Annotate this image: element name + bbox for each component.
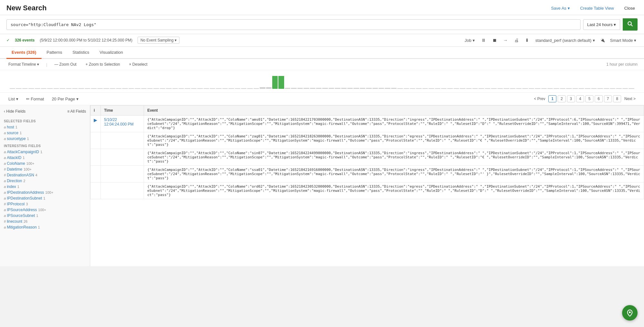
page-5-button[interactable]: 5 [585, 95, 593, 102]
timeline-bar [85, 88, 90, 89]
selected-field-item[interactable]: asourcetype1 [0, 136, 90, 142]
format-button[interactable]: ✏ Format [24, 96, 46, 102]
hide-fields-button[interactable]: ‹ Hide Fields [4, 109, 25, 114]
timeline-bar [166, 88, 171, 89]
event-cell: {"AttackCampaignID":"","AttackID":"","Co… [144, 166, 644, 182]
time-range-button[interactable]: Last 24 hours ▾ [583, 19, 620, 30]
interesting-field-item[interactable]: aIPSourceAddress100+ [0, 207, 90, 213]
timeline-bar [478, 88, 484, 89]
field-type-indicator: # [4, 173, 6, 177]
timeline-bar [485, 88, 490, 89]
interesting-field-item[interactable]: aIPDestinationAddress100+ [0, 190, 90, 195]
interesting-field-item[interactable]: aDirection2 [0, 178, 90, 184]
timeline-bar [604, 88, 609, 89]
pause-button[interactable]: ⏸ [480, 37, 487, 43]
tab-visualization[interactable]: Visualization [94, 47, 128, 59]
selected-field-item[interactable]: asource1 [0, 130, 90, 136]
timeline-bar [110, 88, 115, 89]
table-row: {"AttackCampaignID":"","AttackID":"","Co… [91, 132, 644, 149]
smart-mode-button[interactable]: Smart Mode ▾ [609, 37, 638, 43]
field-name: Direction [7, 179, 22, 183]
stop-button[interactable]: ⏹ [491, 37, 498, 43]
all-fields-button[interactable]: ≡ All Fields [67, 109, 86, 114]
field-name: source [7, 131, 18, 135]
timeline-bar [535, 88, 540, 89]
field-count: 1 [27, 137, 29, 141]
interesting-field-item[interactable]: #Datetime100+ [0, 166, 90, 172]
timeline-bar [247, 88, 253, 89]
timeline-bar [616, 88, 621, 89]
per-page-button[interactable]: 20 Per Page ▾ [50, 96, 81, 102]
expand-icon[interactable]: ▶ [94, 117, 97, 123]
interesting-field-item[interactable]: aAttackCampaignID1 [0, 149, 90, 155]
tab-events[interactable]: Events (326) [6, 47, 42, 59]
close-button[interactable]: Close [622, 5, 638, 12]
expand-cell[interactable] [91, 149, 101, 166]
timeline-bar [260, 87, 265, 89]
expand-cell[interactable] [91, 166, 101, 182]
search-go-button[interactable] [623, 18, 638, 31]
interesting-field-item[interactable]: aIPSourceSubnet1 [0, 213, 90, 219]
timeline-bar [266, 87, 272, 89]
field-type-indicator: a [4, 208, 6, 212]
list-button[interactable]: List ▾ [6, 96, 20, 102]
interesting-field-item[interactable]: aColoName100+ [0, 161, 90, 166]
page-2-button[interactable]: 2 [558, 95, 566, 102]
timeline-bar [629, 88, 634, 89]
field-type-indicator: a [4, 156, 6, 160]
page-8-button[interactable]: 8 [613, 95, 621, 102]
timeline-bar [116, 88, 121, 89]
sidebar: ‹ Hide Fields ≡ All Fields SELECTED FIEL… [0, 105, 90, 266]
field-name: ColoName [7, 161, 25, 166]
expand-cell[interactable] [91, 132, 101, 149]
interesting-field-item[interactable]: #IPProtocol3 [0, 201, 90, 207]
timeline-bar [191, 88, 197, 89]
interesting-field-item[interactable]: aindex1 [0, 184, 90, 190]
timeline-bar [297, 88, 303, 89]
print-button[interactable]: 🖨 [513, 37, 520, 43]
timeline-bar [97, 88, 103, 89]
interesting-field-item[interactable]: aAttackID1 [0, 155, 90, 161]
zoom-to-selection-button[interactable]: + Zoom to Selection [83, 61, 122, 67]
selected-field-item[interactable]: ahost1 [0, 124, 90, 130]
job-button[interactable]: Job ▾ [463, 37, 476, 43]
search-input[interactable] [6, 19, 581, 30]
timeline-bar [129, 88, 134, 89]
zoom-out-button[interactable]: — Zoom Out [53, 61, 79, 67]
prev-button[interactable]: < Prev [532, 96, 547, 102]
timeline-bars [6, 73, 638, 89]
time-cell [101, 132, 144, 149]
deselect-button[interactable]: × Deselect [127, 61, 149, 67]
time-cell [101, 166, 144, 182]
expand-cell[interactable]: ▶ [91, 116, 101, 132]
page-4-button[interactable]: 4 [576, 95, 584, 102]
interesting-field-item[interactable]: aMitigationReason1 [0, 224, 90, 230]
page-7-button[interactable]: 7 [604, 95, 612, 102]
timeline-bar [516, 88, 522, 89]
expand-cell[interactable] [91, 182, 101, 199]
page-1-button[interactable]: 1 [548, 95, 556, 102]
page-6-button[interactable]: 6 [595, 95, 603, 102]
field-count: 4 [35, 173, 37, 177]
interesting-field-item[interactable]: aIPDestinationSubnet1 [0, 195, 90, 201]
create-table-view-button[interactable]: Create Table View [578, 5, 617, 12]
tab-statistics[interactable]: Statistics [67, 47, 94, 59]
timeline-bar [541, 88, 547, 89]
timeline-bar [278, 76, 284, 89]
format-timeline-button[interactable]: Format Timeline ▾ [6, 61, 41, 67]
timeline-bar [529, 88, 534, 89]
perf-button[interactable]: standard_perf (search default) ▾ [534, 37, 596, 43]
list-toolbar: List ▾ ✏ Format 20 Per Page ▾ < Prev 1 2… [0, 93, 644, 105]
save-as-button[interactable]: Save As ▾ [548, 5, 572, 12]
timeline-bar [385, 88, 390, 89]
interesting-field-item[interactable]: #DestinationASN4 [0, 172, 90, 178]
forward-button[interactable]: → [502, 37, 509, 43]
sampling-button[interactable]: No Event Sampling ▾ [138, 37, 179, 44]
timeline-bar [16, 88, 21, 89]
page-3-button[interactable]: 3 [567, 95, 575, 102]
field-name: IPDestinationAddress [7, 190, 44, 195]
tab-patterns[interactable]: Patterns [42, 47, 67, 59]
download-button[interactable]: ⬇ [524, 37, 530, 43]
interesting-field-item[interactable]: #linecount26 [0, 219, 90, 224]
next-button[interactable]: Next > [622, 96, 638, 102]
